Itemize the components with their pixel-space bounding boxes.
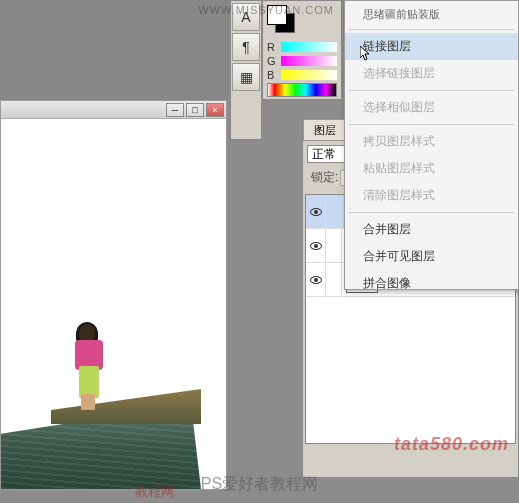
b-slider[interactable]: [281, 70, 337, 80]
menu-select-linked: 选择链接图层: [345, 60, 518, 87]
visibility-toggle[interactable]: [306, 195, 326, 228]
menu-copy-layer-style: 拷贝图层样式: [345, 128, 518, 155]
menu-merge-layers[interactable]: 合并图层: [345, 216, 518, 243]
visibility-toggle[interactable]: [306, 263, 326, 296]
menu-link-layers[interactable]: 链接图层: [345, 33, 518, 60]
eye-icon: [310, 242, 322, 250]
menu-flatten-image[interactable]: 拼合图像: [345, 270, 518, 297]
document-window: ─ □ ×: [0, 100, 227, 490]
tab-layers[interactable]: 图层: [303, 119, 347, 140]
document-titlebar: ─ □ ×: [1, 101, 226, 119]
maximize-button[interactable]: □: [186, 103, 204, 117]
close-button[interactable]: ×: [206, 103, 224, 117]
menu-select-similar: 选择相似图层: [345, 94, 518, 121]
b-label: B: [267, 69, 277, 81]
r-slider[interactable]: [281, 42, 337, 52]
document-canvas[interactable]: [1, 119, 226, 489]
cutout-image: [1, 289, 226, 489]
menu-merge-visible[interactable]: 合并可见图层: [345, 243, 518, 270]
menu-clear-layer-style: 清除图层样式: [345, 182, 518, 209]
layer-context-menu: 思绪疆前贴装版 链接图层 选择链接图层 选择相似图层 拷贝图层样式 粘贴图层样式…: [344, 0, 519, 290]
watermark-bottom-left: 教程网: [135, 483, 174, 501]
watermark-top: WWW.MISSYUAN.COM: [198, 4, 334, 16]
watermark-bottom-center: PS爱好者教程网: [201, 474, 318, 495]
visibility-toggle[interactable]: [306, 229, 326, 262]
panel-toggle-icon[interactable]: ▦: [232, 63, 260, 91]
eye-icon: [310, 208, 322, 216]
eye-icon: [310, 276, 322, 284]
link-cell[interactable]: [326, 263, 342, 296]
link-cell[interactable]: [326, 195, 342, 228]
r-label: R: [267, 41, 277, 53]
lock-label: 锁定:: [311, 169, 338, 186]
paragraph-tool-icon[interactable]: ¶: [232, 33, 260, 61]
minimize-button[interactable]: ─: [166, 103, 184, 117]
link-cell[interactable]: [326, 229, 342, 262]
color-spectrum[interactable]: [267, 83, 337, 97]
g-slider[interactable]: [281, 56, 337, 66]
menu-title: 思绪疆前贴装版: [345, 3, 518, 26]
tool-column: A ¶ ▦: [230, 0, 262, 140]
g-label: G: [267, 55, 277, 67]
menu-paste-layer-style: 粘贴图层样式: [345, 155, 518, 182]
watermark-bottom-right: tata580.com: [394, 434, 509, 455]
blend-mode-value: 正常: [312, 146, 336, 163]
